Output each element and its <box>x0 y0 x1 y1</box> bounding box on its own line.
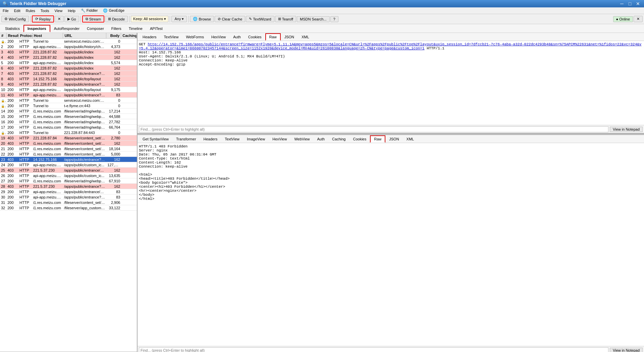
text-wizard-button[interactable]: ✎ TextWizard <box>246 16 274 22</box>
col-header-result[interactable]: Result <box>7 33 19 38</box>
table-row[interactable]: 🔒1 200 HTTP Tunnel to servicecut.meizu.c… <box>0 39 137 44</box>
table-row[interactable]: 24 200 HTTP api-app.meizu.com /apps/publ… <box>0 162 137 168</box>
table-row[interactable]: 5 200 HTTP api-app.meizu.com /apps/publi… <box>0 60 137 65</box>
table-row[interactable]: 21 200 HTTP i1.res.meizu.com /fileserver… <box>0 146 137 151</box>
table-row[interactable]: 8 403 HTTP 14.152.75.166 /apps/public/to… <box>0 76 137 82</box>
table-row[interactable]: 30 200 HTTP api-app.meizu.com /apps/publ… <box>0 194 137 200</box>
browse-button[interactable]: 🌐 Browse <box>190 16 214 22</box>
menu-rules[interactable]: Rules <box>23 8 38 13</box>
req-tab-raw[interactable]: Raw <box>265 33 281 41</box>
res-tab-imageview[interactable]: ImageView <box>243 136 269 142</box>
res-tab-raw[interactable]: Raw <box>370 135 385 143</box>
table-row[interactable]: 17 200 HTTP i1.res.meizu.com /fileserver… <box>0 125 137 130</box>
table-row[interactable]: 6 403 HTTP 221.228.87.82 /apps/public/in… <box>0 65 137 71</box>
table-row[interactable]: 25 403 HTTP 221.5.37.230 /apps/public/en… <box>0 168 137 173</box>
msdn-button[interactable]: MSDN Search... <box>297 16 329 22</box>
clear-cache-button[interactable]: ⊘ Clear Cache <box>215 16 245 22</box>
req-tab-json[interactable]: JSON <box>281 34 298 40</box>
table-row[interactable]: 32 200 HTTP i1.res.meizu.com /fileserver… <box>0 205 137 211</box>
req-tab-hexview[interactable]: HexView <box>208 34 229 40</box>
table-row[interactable]: 🔒18 200 HTTP Tunnel to 221.228.87.84:443… <box>0 130 137 135</box>
tab-apitest[interactable]: APITest <box>146 25 166 32</box>
res-tab-webview[interactable]: WebView <box>290 136 313 142</box>
table-row[interactable]: 28 403 HTTP 221.5.37.230 /apps/public/en… <box>0 184 137 189</box>
table-row[interactable]: 29 200 HTTP api-app.meizu.com /apps/publ… <box>0 189 137 194</box>
table-row[interactable]: 26 200 HTTP api-app.meizu.com /apps/publ… <box>0 173 137 178</box>
res-tab-caching[interactable]: Caching <box>328 136 349 142</box>
menu-edit[interactable]: Edit <box>11 8 23 13</box>
req-tab-webforms[interactable]: WebForms <box>182 34 208 40</box>
any-button[interactable]: Any ▾ <box>171 16 187 22</box>
menu-view[interactable]: View <box>52 8 65 13</box>
col-header-body[interactable]: Body <box>106 33 121 38</box>
menu-file[interactable]: File <box>0 8 11 13</box>
table-row[interactable]: 3 403 HTTP 221.228.87.82 /apps/public/in… <box>0 49 137 55</box>
tab-timeline[interactable]: Timeline <box>125 25 146 32</box>
menu-fiddler[interactable]: 🔧 Fiddler <box>78 8 101 13</box>
minimize-button[interactable]: ─ <box>619 0 625 7</box>
req-tab-headers[interactable]: Headers <box>139 34 160 40</box>
req-tab-cookies[interactable]: Cookies <box>245 34 265 40</box>
winconfig-button[interactable]: ⚙ WinConfig <box>1 16 29 22</box>
title-bar-controls[interactable]: ─ □ ✕ <box>619 0 641 7</box>
res-tab-json[interactable]: JSON <box>385 136 402 142</box>
tab-inspectors[interactable]: Inspectors <box>23 25 50 32</box>
res-tab-hexview[interactable]: HexView <box>269 136 290 142</box>
table-row[interactable]: 27 200 HTTP i1.res.meizu.com /fileserver… <box>0 178 137 184</box>
table-row[interactable]: 22 200 HTTP i1.res.meizu.com /fileserver… <box>0 151 137 157</box>
decode-button[interactable]: ⊞ Decode <box>105 16 128 22</box>
col-header-url[interactable]: URL <box>63 33 106 38</box>
replay-button[interactable]: ⟳ Replay <box>32 15 54 23</box>
close-online-button[interactable]: ✕ <box>634 16 643 22</box>
table-row[interactable]: 19 403 HTTP 221.228.87.84 /fileserver/co… <box>0 135 137 141</box>
res-tab-syntaxview[interactable]: Get SyntaxView <box>139 136 172 142</box>
table-row[interactable]: 10 200 HTTP api-app.meizu.com /apps/publ… <box>0 87 137 92</box>
close-button[interactable]: ✕ <box>635 0 641 7</box>
request-view-notepad-button[interactable]: View in Notepad <box>610 127 643 132</box>
res-tab-cookies[interactable]: Cookies <box>349 136 370 142</box>
res-tab-headers[interactable]: Headers <box>200 136 221 142</box>
table-row[interactable]: 31 200 HTTP i1.res.meizu.com /fileserver… <box>0 200 137 205</box>
req-tab-xml[interactable]: XML <box>298 34 313 40</box>
table-row[interactable]: 7 403 HTTP 221.228.87.82 /apps/public/en… <box>0 71 137 76</box>
table-row[interactable]: 23 403 HTTP 14.152.75.166 /apps/public/e… <box>0 157 137 162</box>
tab-filters[interactable]: Filters <box>108 25 125 32</box>
table-row[interactable]: 20 403 HTTP i1.res.meizu.com /fileserver… <box>0 141 137 146</box>
col-header-protocol[interactable]: Protocol <box>19 33 33 38</box>
table-row[interactable]: 🔒13 200 HTTP Tunnel to t-e.flyme.cn:443 … <box>0 103 137 108</box>
table-row[interactable]: 9 403 HTTP 221.228.87.82 /apps/public/en… <box>0 82 137 87</box>
menu-help[interactable]: Help <box>65 8 78 13</box>
res-tab-xml[interactable]: XML <box>403 136 418 142</box>
maximize-button[interactable]: □ <box>627 0 633 7</box>
response-view-notepad-button[interactable]: View in Notepad <box>610 348 643 352</box>
help-icon-button[interactable]: ? <box>330 16 338 22</box>
table-row[interactable]: 11 403 HTTP api-app.meizu.com /apps/publ… <box>0 92 137 98</box>
keep-sessions-button[interactable]: Keep: All sessions ▾ <box>131 16 168 22</box>
tab-autoresponder[interactable]: AutoResponder <box>50 25 83 32</box>
go-button[interactable]: ▶ Go <box>64 16 79 22</box>
menu-geoedge[interactable]: 🌐 GeoEdge <box>100 8 127 13</box>
stream-button[interactable]: ⧉ Stream <box>82 15 104 23</box>
menu-tools[interactable]: Tools <box>38 8 52 13</box>
res-tab-transformer[interactable]: Transformer <box>172 136 200 142</box>
request-url[interactable]: http://14.152.75.166/apps/public/entranc… <box>139 42 641 50</box>
tab-composer[interactable]: Composer <box>83 25 108 32</box>
table-row[interactable]: 15 200 HTTP i1.res.meizu.com /fileserver… <box>0 114 137 119</box>
table-row[interactable]: 4 403 HTTP 221.228.87.82 /apps/public/in… <box>0 55 137 60</box>
request-find-input[interactable] <box>139 126 608 132</box>
tearoff-button[interactable]: ⊞ Tearoff <box>275 16 296 22</box>
table-row[interactable]: 🔒12 200 HTTP Tunnel to servicecut.meizu.… <box>0 98 137 103</box>
table-row[interactable]: 14 200 HTTP i1.res.meizu.com /fileserver… <box>0 108 137 114</box>
response-find-input[interactable] <box>139 347 608 352</box>
req-tab-textview[interactable]: TextView <box>160 34 182 40</box>
table-row[interactable]: 2 200 HTTP api-app.meizu.com /apps/publi… <box>0 44 137 49</box>
online-button[interactable]: ● Online <box>613 16 633 22</box>
req-tab-auth[interactable]: Auth <box>229 34 245 40</box>
col-header-host[interactable]: Host <box>33 33 63 38</box>
res-tab-auth[interactable]: Auth <box>313 136 328 142</box>
res-tab-textview[interactable]: TextView <box>221 136 243 142</box>
col-header-num[interactable]: # <box>0 33 7 38</box>
table-row[interactable]: 16 200 HTTP i1.res.meizu.com /fileserver… <box>0 119 137 125</box>
remove-button[interactable]: ✕ <box>55 16 64 22</box>
col-header-caching[interactable]: Caching <box>121 33 137 38</box>
